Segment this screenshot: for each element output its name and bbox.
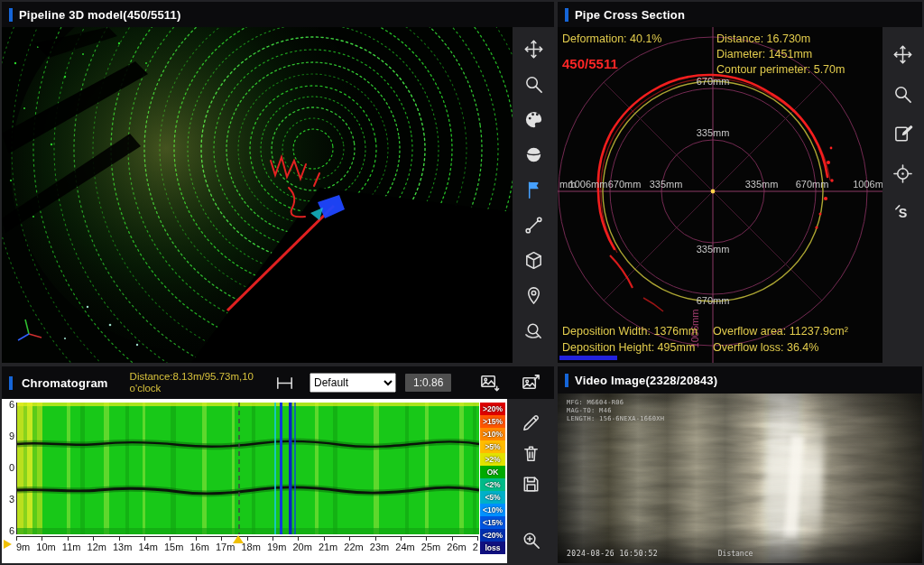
- x-tick: 12m: [88, 542, 106, 552]
- flag-icon[interactable]: [517, 175, 550, 204]
- center-target-icon[interactable]: [886, 159, 919, 188]
- x-axis-labels: 9m 10m 11m 12m 13m 14m 15m 16m 17m 18m 1…: [16, 541, 478, 552]
- x-tick: 24m: [395, 542, 414, 552]
- cube-icon[interactable]: [517, 245, 550, 274]
- x-tick: 23m: [370, 542, 389, 552]
- panel-3d-header: Pipeline 3D model(450/5511): [2, 2, 554, 27]
- caliper-icon[interactable]: [268, 368, 300, 397]
- sphere-icon[interactable]: [517, 140, 550, 169]
- y-tick: 9: [5, 431, 14, 441]
- video-viewport[interactable]: MFG: M6604-R06 MAG-TO: M46 LENGTH: 156-6…: [558, 394, 922, 563]
- panel-cross-header: Pipe Cross Section: [558, 2, 922, 27]
- pointcloud-canvas: [2, 27, 513, 363]
- header-accent-bar: [565, 8, 568, 22]
- svg-text:S: S: [898, 206, 907, 220]
- preset-select[interactable]: Default: [310, 373, 396, 393]
- cross-section-toolbar: S: [882, 27, 922, 363]
- legend-cell: loss: [480, 542, 505, 554]
- measure-icon[interactable]: [517, 210, 550, 239]
- contour-perimeter-value: Contour perimeter: 5.70m: [716, 63, 845, 76]
- cross-section-viewport[interactable]: 670mm 335mm 335mm 670mm mm 1006mm 670mm …: [558, 27, 882, 363]
- x-tick: 18m: [241, 542, 260, 552]
- chromatogram-content: 6 9 0 3 6: [2, 399, 507, 563]
- x-tick: 9m: [16, 542, 30, 552]
- svg-text:335mm: 335mm: [697, 127, 730, 138]
- legend-cell: <2%: [480, 478, 505, 491]
- deposition-height-value: Deposition Height: 495mm: [562, 341, 695, 354]
- header-accent-bar: [9, 376, 13, 390]
- legend-cell: >10%: [480, 428, 505, 440]
- legend-cell: >5%: [480, 440, 505, 453]
- panel-chromatogram-header: Chromatogram Distance:8.13m/95.73m,10 o'…: [2, 366, 554, 399]
- zoom-icon[interactable]: [517, 69, 550, 98]
- draw-pencil-icon[interactable]: [514, 408, 547, 437]
- panel-3d-title: Pipeline 3D model(450/5511): [19, 8, 181, 22]
- legend-cell: <15%: [480, 516, 505, 529]
- panel-video-title: Video Image(2328/20843): [575, 374, 717, 387]
- svg-text:670mm: 670mm: [697, 295, 730, 306]
- panel-video: Video Image(2328/20843) MFG: M6604-R06 M…: [558, 366, 922, 563]
- ratio-badge: 1:0.86: [405, 374, 451, 392]
- x-tick: 10m: [36, 542, 55, 552]
- x-tick: 13m: [113, 542, 132, 552]
- legend-cell: >15%: [480, 415, 505, 428]
- panel-cross-section: Pipe Cross Section: [558, 2, 922, 363]
- y-tick: 3: [5, 494, 14, 505]
- panel-video-header: Video Image(2328/20843): [558, 366, 922, 394]
- cursor-position-marker[interactable]: [233, 535, 244, 543]
- x-tick: 26m: [447, 542, 466, 552]
- x-tick: 15m: [164, 542, 183, 552]
- legend-cell: OK: [480, 466, 505, 478]
- progress-bar: [559, 356, 617, 360]
- x-tick: 21m: [319, 542, 337, 552]
- chromatogram-toolbar: [507, 399, 554, 563]
- export-image-icon[interactable]: [514, 368, 547, 397]
- zoom-icon[interactable]: [886, 79, 919, 108]
- x-tick: 25m: [421, 542, 440, 552]
- deformation-value: Deformation: 40.1%: [562, 32, 661, 45]
- svg-text:670mm: 670mm: [796, 179, 829, 190]
- save-icon[interactable]: [514, 469, 547, 498]
- smooth-s-icon[interactable]: S: [886, 199, 919, 227]
- x-tick: 20m: [292, 542, 311, 552]
- x-tick: 16m: [189, 542, 208, 552]
- y-tick: 6: [5, 525, 14, 536]
- legend-cell: <20%: [480, 529, 505, 542]
- cross-section-plot: 670mm 335mm 335mm 670mm mm 1006mm 670mm …: [558, 27, 882, 363]
- start-arrow-marker: [4, 540, 12, 549]
- overflow-area-value: Overflow area: 11237.9cm²: [713, 325, 848, 338]
- left-bands: [17, 403, 42, 534]
- pointcloud-viewport[interactable]: [2, 27, 513, 363]
- video-distance-label: Distance: [718, 550, 753, 558]
- palette-icon[interactable]: [517, 105, 550, 134]
- spectrogram-plot[interactable]: [16, 403, 478, 534]
- video-timestamp: 2024-08-26 16:50:52: [567, 550, 658, 558]
- pan-icon[interactable]: [886, 40, 919, 69]
- svg-text:1006mm: 1006mm: [569, 179, 608, 190]
- legend-cell: <5%: [480, 491, 505, 504]
- chromatogram-distance-info: Distance:8.13m/95.73m,10 o'clock: [130, 371, 254, 394]
- legend-cell: >2%: [480, 453, 505, 466]
- svg-text:335mm: 335mm: [650, 179, 683, 190]
- svg-text:335mm: 335mm: [745, 179, 779, 190]
- legend-cell: >20%: [480, 403, 505, 415]
- frame-index: 450/5511: [562, 56, 618, 71]
- panel-chromatogram: Chromatogram Distance:8.13m/95.73m,10 o'…: [2, 366, 554, 563]
- pan-icon[interactable]: [517, 34, 550, 63]
- snapshot-image-icon[interactable]: [473, 368, 505, 397]
- spectrogram-canvas: [17, 403, 479, 534]
- center-dot: [711, 190, 716, 194]
- svg-text:670mm: 670mm: [697, 76, 730, 87]
- x-tick: 11m: [62, 542, 81, 552]
- locate-pin-icon[interactable]: [517, 281, 550, 310]
- edit-icon[interactable]: [886, 119, 919, 148]
- distance-value: Distance: 16.730m: [716, 32, 810, 45]
- svg-text:670mm: 670mm: [608, 179, 642, 190]
- zoom-in-icon[interactable]: [514, 525, 547, 554]
- panel-chromatogram-title: Chromatogram: [22, 376, 108, 390]
- svg-text:335mm: 335mm: [697, 244, 730, 255]
- orbit-zoom-icon[interactable]: [517, 316, 550, 345]
- delete-trash-icon[interactable]: [514, 439, 547, 468]
- x-tick: 14m: [138, 542, 157, 552]
- diameter-value: Diameter: 1451mm: [716, 48, 812, 60]
